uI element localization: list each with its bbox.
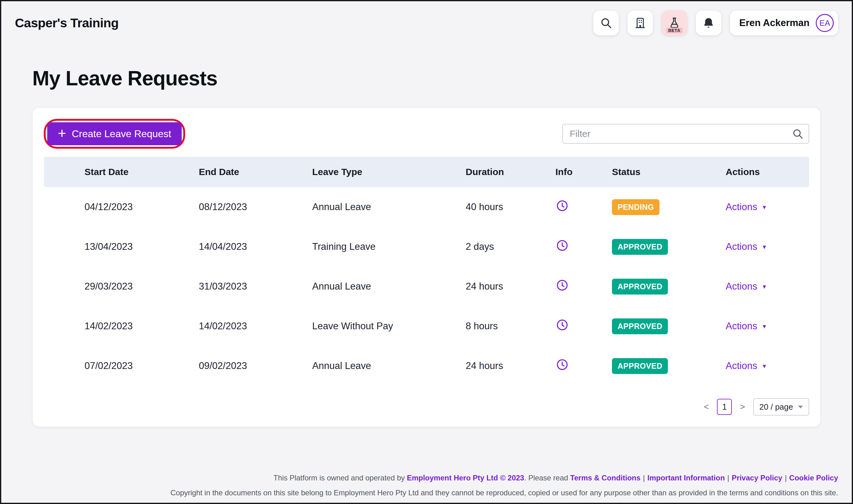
organisation-button[interactable] <box>627 11 653 35</box>
actions-label: Actions <box>726 241 757 252</box>
clock-icon[interactable] <box>555 358 569 372</box>
flask-icon <box>668 17 681 29</box>
cell-actions: Actions▼ <box>726 241 809 252</box>
table-row: 04/12/2023 08/12/2023 Annual Leave 40 ho… <box>44 187 809 227</box>
cell-duration: 24 hours <box>466 281 555 292</box>
cell-leave-type: Annual Leave <box>312 201 466 213</box>
row-actions-button[interactable]: Actions▼ <box>726 281 767 292</box>
cell-end-date: 31/03/2023 <box>199 281 312 292</box>
cell-actions: Actions▼ <box>726 360 809 372</box>
cell-end-date: 09/02/2023 <box>199 360 312 372</box>
page-size-select[interactable]: 20 / page <box>753 398 809 416</box>
main-content: My Leave Requests + Create Leave Request… <box>1 67 852 427</box>
current-page[interactable]: 1 <box>717 399 732 415</box>
avatar-initials: EA <box>819 18 830 28</box>
footer-link-cookie-policy[interactable]: Cookie Policy <box>789 473 838 482</box>
table-header-row: Start Date End Date Leave Type Duration … <box>44 157 809 187</box>
prev-page-button[interactable]: < <box>703 402 710 412</box>
cell-actions: Actions▼ <box>726 321 809 332</box>
chevron-down-icon: ▼ <box>762 284 767 290</box>
row-actions-button[interactable]: Actions▼ <box>726 201 767 213</box>
footer-link-important-information[interactable]: Important Information <box>647 473 725 482</box>
status-badge: PENDING <box>612 199 660 215</box>
chevron-down-icon: ▼ <box>762 244 767 250</box>
notifications-button[interactable] <box>696 11 721 35</box>
card-toolbar: + Create Leave Request <box>44 119 809 149</box>
brand-title: Casper's Training <box>15 16 119 31</box>
beta-badge: BETA <box>666 28 682 33</box>
footer-link-terms[interactable]: Terms & Conditions <box>570 473 641 482</box>
cell-actions: Actions▼ <box>726 281 809 292</box>
cell-leave-type: Annual Leave <box>312 281 466 292</box>
footer-separator: | <box>643 473 645 482</box>
page-size-value: 20 / page <box>760 402 793 412</box>
cell-actions: Actions▼ <box>726 201 809 213</box>
cell-start-date: 04/12/2023 <box>85 201 199 213</box>
actions-label: Actions <box>726 360 757 372</box>
footer-separator: | <box>785 473 786 482</box>
actions-label: Actions <box>726 321 757 332</box>
row-actions-button[interactable]: Actions▼ <box>726 360 767 372</box>
clock-icon[interactable] <box>555 199 569 213</box>
cell-leave-type: Training Leave <box>312 241 466 252</box>
cell-info <box>555 278 612 294</box>
annotation-highlight-ring: + Create Leave Request <box>44 119 185 149</box>
column-header-status: Status <box>612 167 726 177</box>
user-menu[interactable]: Eren Ackerman EA <box>730 11 838 35</box>
footer-separator: | <box>727 473 729 482</box>
bell-icon <box>702 17 715 29</box>
search-icon <box>792 128 804 141</box>
top-bar: Casper's Training BETA <box>1 1 852 35</box>
pagination: < 1 > 20 / page <box>44 398 809 416</box>
cell-status: APPROVED <box>612 358 726 374</box>
cell-info <box>555 358 612 374</box>
clock-icon[interactable] <box>555 318 569 332</box>
status-badge: APPROVED <box>612 279 668 294</box>
status-badge: APPROVED <box>612 239 668 255</box>
column-header-start-date: Start Date <box>85 167 199 177</box>
clock-icon[interactable] <box>555 239 569 252</box>
next-page-button[interactable]: > <box>739 402 746 412</box>
column-header-actions: Actions <box>726 167 809 177</box>
clock-icon[interactable] <box>555 278 569 292</box>
cell-leave-type: Annual Leave <box>312 360 466 372</box>
create-leave-request-button[interactable]: + Create Leave Request <box>47 122 182 145</box>
search-button[interactable] <box>593 11 619 35</box>
table-row: 14/02/2023 14/02/2023 Leave Without Pay … <box>44 306 809 346</box>
cell-leave-type: Leave Without Pay <box>312 321 466 332</box>
filter-input[interactable] <box>562 124 809 144</box>
table-row: 29/03/2023 31/03/2023 Annual Leave 24 ho… <box>44 267 809 306</box>
row-actions-button[interactable]: Actions▼ <box>726 241 767 252</box>
page-title: My Leave Requests <box>32 67 821 90</box>
footer-copyright: Copyright in the documents on this site … <box>15 488 838 497</box>
table-row: 07/02/2023 09/02/2023 Annual Leave 24 ho… <box>44 346 809 386</box>
cell-end-date: 08/12/2023 <box>199 201 312 213</box>
cell-duration: 2 days <box>466 241 555 252</box>
cell-start-date: 13/04/2023 <box>85 241 199 252</box>
actions-label: Actions <box>726 281 757 292</box>
building-icon <box>634 17 646 29</box>
filter-container <box>562 124 809 144</box>
cell-duration: 24 hours <box>466 360 555 372</box>
column-header-info: Info <box>555 167 612 177</box>
cell-status: APPROVED <box>612 279 726 294</box>
cell-status: PENDING <box>612 199 726 215</box>
cell-end-date: 14/02/2023 <box>199 321 312 332</box>
footer-text: This Platform is owned and operated by <box>273 473 407 482</box>
actions-label: Actions <box>726 201 757 213</box>
search-icon <box>600 17 612 29</box>
table-row: 13/04/2023 14/04/2023 Training Leave 2 d… <box>44 227 809 267</box>
cell-start-date: 14/02/2023 <box>85 321 199 332</box>
footer-link-company[interactable]: Employment Hero Pty Ltd © 2023 <box>407 473 524 482</box>
chevron-down-icon: ▼ <box>762 324 767 329</box>
row-actions-button[interactable]: Actions▼ <box>726 321 767 332</box>
cell-duration: 8 hours <box>466 321 555 332</box>
column-header-duration: Duration <box>466 167 555 177</box>
footer-link-privacy-policy[interactable]: Privacy Policy <box>732 473 783 482</box>
cell-start-date: 07/02/2023 <box>85 360 199 372</box>
footer: This Platform is owned and operated by E… <box>1 473 852 497</box>
avatar: EA <box>816 14 834 32</box>
cell-status: APPROVED <box>612 239 726 255</box>
beta-features-button[interactable]: BETA <box>662 11 687 35</box>
footer-line1: This Platform is owned and operated by E… <box>15 473 838 482</box>
